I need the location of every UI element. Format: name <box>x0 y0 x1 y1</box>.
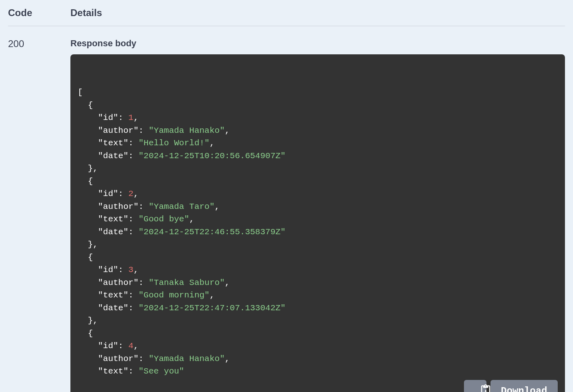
code-header: Code <box>8 7 70 19</box>
copy-button[interactable] <box>464 380 486 392</box>
response-table-header: Code Details <box>8 0 565 26</box>
details-header: Details <box>70 7 565 19</box>
download-button[interactable]: Download <box>491 380 558 392</box>
response-body-label: Response body <box>70 38 565 49</box>
status-code: 200 <box>8 38 70 392</box>
clipboard-icon <box>459 378 492 392</box>
response-row: 200 Response body [ { "id": 1, "author":… <box>8 26 565 392</box>
response-body-code: [ { "id": 1, "author": "Yamada Hanako", … <box>70 54 565 392</box>
